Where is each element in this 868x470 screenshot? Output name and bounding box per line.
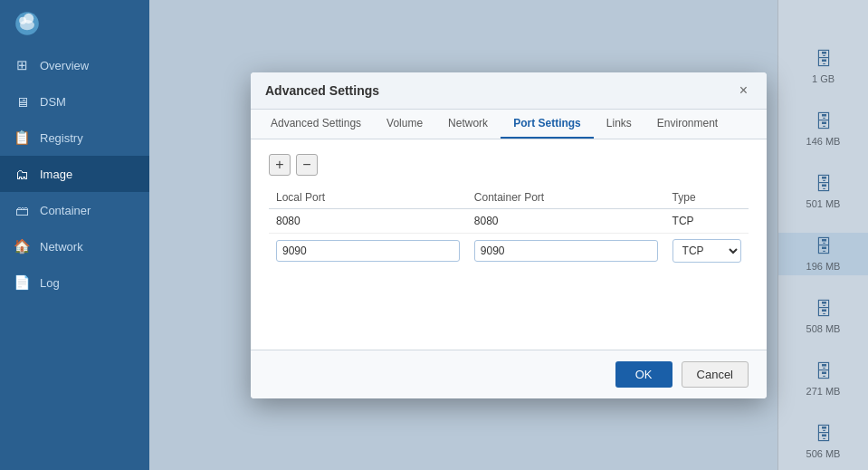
dialog-footer: OK Cancel [251,350,767,398]
image-icon: 🗂 [13,165,31,183]
static-local-port: 8080 [269,208,467,233]
app-container: ⊞ Overview 🖥 DSM 📋 Registry 🗂 Image 🗃 Co… [0,0,868,470]
sidebar-label-overview: Overview [40,59,89,72]
sidebar-label-image: Image [40,168,72,181]
sidebar-label-container: Container [40,204,91,217]
add-port-button[interactable]: + [269,154,291,176]
logo-icon [13,9,42,38]
cancel-button[interactable]: Cancel [682,361,749,388]
col-local-port: Local Port [269,187,467,209]
sidebar-label-log: Log [40,276,60,290]
static-type: TCP [665,208,749,233]
ok-button[interactable]: OK [615,361,672,388]
type-select[interactable]: TCP UDP [672,239,741,263]
editable-local-port-cell [269,233,467,268]
overview-icon: ⊞ [13,56,31,74]
sidebar-item-overview[interactable]: ⊞ Overview [0,47,149,83]
remove-port-button[interactable]: − [296,154,318,176]
network-icon: 🏠 [13,237,31,255]
sidebar-item-image[interactable]: 🗂 Image [0,156,149,192]
table-row: TCP UDP [269,233,749,268]
dialog-title: Advanced Settings [265,83,379,98]
dialog-tabs: Advanced Settings Volume Network Port Se… [251,110,767,139]
app-logo [0,0,149,47]
col-type: Type [665,187,749,209]
dialog-body: + − Local Port Container Port Type [251,139,767,350]
static-container-port: 8080 [467,208,665,233]
sidebar-item-container[interactable]: 🗃 Container [0,192,149,228]
sidebar-label-network: Network [40,240,83,254]
container-icon: 🗃 [13,201,31,219]
tab-environment[interactable]: Environment [644,110,730,139]
port-toolbar: + − [269,154,749,176]
container-port-input[interactable] [474,240,658,262]
tab-volume[interactable]: Volume [374,110,435,139]
dialog-header: Advanced Settings × [251,72,767,110]
tab-advanced-settings[interactable]: Advanced Settings [258,110,374,139]
sidebar-label-registry: Registry [40,131,83,145]
sidebar-label-dsm: DSM [40,95,66,109]
tab-network[interactable]: Network [435,110,501,139]
port-table: Local Port Container Port Type 8080 8080… [269,187,749,268]
svg-point-3 [24,14,33,24]
tab-links[interactable]: Links [594,110,644,139]
local-port-input[interactable] [276,240,460,262]
sidebar-item-network[interactable]: 🏠 Network [0,228,149,264]
editable-container-port-cell [467,233,665,268]
registry-icon: 📋 [13,129,31,147]
table-row: 8080 8080 TCP [269,208,749,233]
sidebar: ⊞ Overview 🖥 DSM 📋 Registry 🗂 Image 🗃 Co… [0,0,149,470]
close-button[interactable]: × [735,82,752,100]
sidebar-item-registry[interactable]: 📋 Registry [0,120,149,156]
editable-type-cell: TCP UDP [665,233,749,268]
tab-port-settings[interactable]: Port Settings [501,110,594,139]
advanced-settings-dialog: Advanced Settings × Advanced Settings Vo… [251,72,767,398]
main-content: 🗄 1 GB 🗄 146 MB 🗄 501 MB 🗄 196 MB 🗄 508 … [149,0,868,470]
dialog-overlay: Advanced Settings × Advanced Settings Vo… [149,0,868,470]
log-icon: 📄 [13,273,31,292]
sidebar-item-log[interactable]: 📄 Log [0,264,149,301]
sidebar-item-dsm[interactable]: 🖥 DSM [0,83,149,120]
dsm-icon: 🖥 [13,92,31,110]
col-container-port: Container Port [467,187,665,209]
